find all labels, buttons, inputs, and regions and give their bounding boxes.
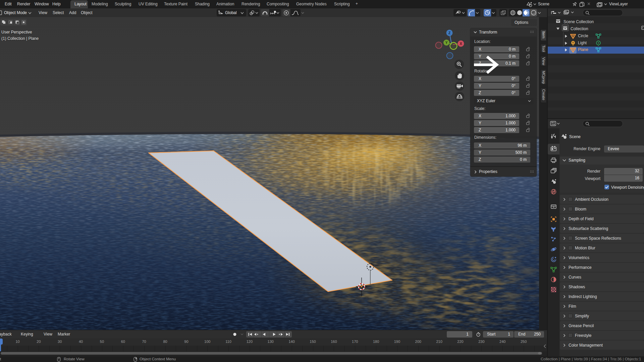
- svg-text:Z: Z: [448, 31, 450, 35]
- svg-text:Y: Y: [445, 41, 448, 45]
- svg-text:X: X: [460, 42, 462, 46]
